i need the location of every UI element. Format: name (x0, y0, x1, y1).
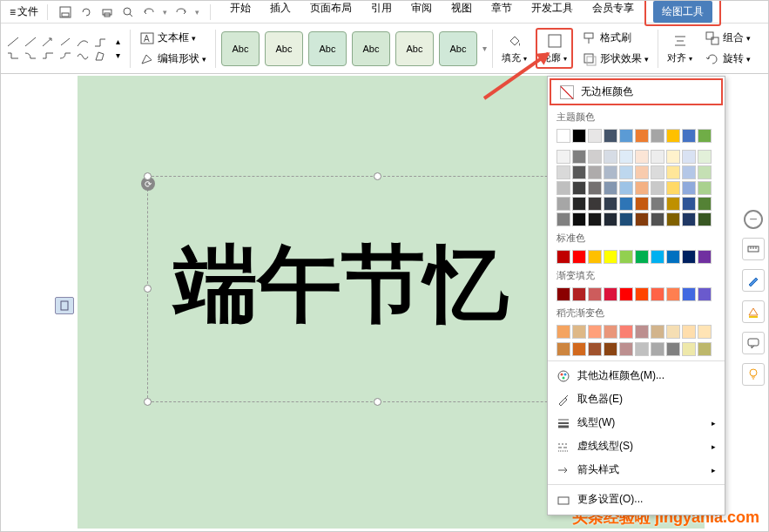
highlight-tool[interactable] (742, 300, 765, 323)
color-swatch[interactable] (635, 129, 649, 143)
color-swatch[interactable] (619, 129, 633, 143)
chevron-down-icon[interactable]: ▾ (482, 44, 487, 53)
line-icon[interactable] (6, 36, 20, 48)
style-preset[interactable]: Abc (308, 31, 347, 66)
color-swatch[interactable] (666, 165, 680, 179)
color-swatch[interactable] (651, 165, 664, 179)
textbox-button[interactable]: A 文本框 ▾ (136, 29, 210, 48)
line-icon[interactable] (24, 36, 37, 48)
color-swatch[interactable] (682, 325, 696, 339)
color-swatch[interactable] (651, 325, 664, 339)
freeform-icon[interactable] (76, 50, 90, 62)
tab-member[interactable]: 会员专享 (583, 0, 643, 26)
color-swatch[interactable] (557, 325, 570, 339)
color-swatch[interactable] (572, 250, 586, 264)
no-border-color-item[interactable]: 无边框颜色 (550, 78, 723, 105)
group-button[interactable]: 组合 ▾ (701, 29, 754, 48)
color-swatch[interactable] (682, 165, 696, 179)
connector-icon[interactable] (24, 50, 37, 62)
color-swatch[interactable] (619, 150, 633, 164)
color-swatch[interactable] (619, 250, 633, 264)
color-swatch[interactable] (572, 287, 586, 301)
color-swatch[interactable] (619, 197, 633, 211)
color-swatch[interactable] (557, 129, 570, 143)
color-swatch[interactable] (666, 342, 680, 356)
color-swatch[interactable] (682, 181, 696, 195)
tab-references[interactable]: 引用 (362, 0, 401, 26)
color-swatch[interactable] (572, 325, 586, 339)
eyedropper-item[interactable]: 取色器(E) (548, 387, 725, 411)
tab-drawing[interactable]: 绘图工具 (653, 1, 712, 23)
style-preset[interactable]: Abc (265, 31, 303, 66)
dropdown-chevron[interactable]: ▾ (163, 8, 167, 17)
color-swatch[interactable] (604, 212, 617, 226)
color-swatch[interactable] (635, 287, 649, 301)
color-swatch[interactable] (557, 165, 570, 179)
color-swatch[interactable] (604, 287, 617, 301)
style-preset[interactable]: Abc (439, 31, 477, 66)
undo-icon[interactable] (142, 5, 156, 19)
fill-button[interactable]: 填充 ▾ (498, 30, 530, 66)
color-swatch[interactable] (666, 325, 680, 339)
textbox-content[interactable]: 端午节忆 (174, 229, 509, 342)
color-swatch[interactable] (682, 212, 696, 226)
tab-devtools[interactable]: 开发工具 (523, 0, 582, 26)
color-swatch[interactable] (666, 287, 680, 301)
color-swatch[interactable] (572, 165, 586, 179)
color-swatch[interactable] (666, 212, 680, 226)
polygon-icon[interactable] (93, 50, 107, 62)
color-swatch[interactable] (666, 197, 680, 211)
color-swatch[interactable] (619, 287, 633, 301)
color-swatch[interactable] (604, 250, 617, 264)
color-swatch[interactable] (557, 212, 570, 226)
tab-chapter[interactable]: 章节 (482, 0, 521, 26)
color-swatch[interactable] (666, 250, 680, 264)
arrow-style-item[interactable]: 箭头样式 ▸ (548, 458, 725, 481)
color-swatch[interactable] (572, 129, 586, 143)
resize-handle[interactable] (374, 172, 381, 180)
tab-view[interactable]: 视图 (442, 0, 481, 26)
resize-handle[interactable] (144, 285, 152, 293)
rotate-button[interactable]: 旋转 ▾ (701, 50, 754, 69)
double-arrow-icon[interactable] (58, 36, 72, 48)
line-type-item[interactable]: 线型(W) ▸ (548, 411, 725, 434)
style-preset[interactable]: Abc (352, 31, 390, 66)
tab-review[interactable]: 审阅 (402, 0, 441, 26)
more-settings-item[interactable]: 更多设置(O)... (548, 488, 725, 511)
more-colors-item[interactable]: 其他边框颜色(M)... (548, 364, 725, 387)
color-swatch[interactable] (604, 165, 617, 179)
resize-handle[interactable] (374, 398, 381, 406)
color-swatch[interactable] (619, 212, 633, 226)
textbox-selection[interactable]: ⟳ 端午节忆 (147, 176, 609, 402)
color-swatch[interactable] (635, 150, 649, 164)
connector-icon[interactable] (6, 50, 20, 62)
color-swatch[interactable] (682, 197, 696, 211)
color-swatch[interactable] (698, 342, 712, 356)
color-swatch[interactable] (572, 212, 586, 226)
shape-styles-gallery[interactable]: Abc Abc Abc Abc Abc Abc ▾ (221, 31, 487, 66)
color-swatch[interactable] (651, 212, 664, 226)
color-swatch[interactable] (572, 197, 586, 211)
chevron-down-icon[interactable]: ▾ (111, 50, 125, 62)
color-swatch[interactable] (698, 212, 712, 226)
color-swatch[interactable] (619, 181, 633, 195)
color-swatch[interactable] (651, 197, 664, 211)
color-swatch[interactable] (604, 342, 617, 356)
color-swatch[interactable] (635, 212, 649, 226)
color-swatch[interactable] (635, 165, 649, 179)
preview-icon[interactable] (121, 5, 135, 19)
comment-tool[interactable] (742, 332, 765, 354)
color-swatch[interactable] (682, 150, 696, 164)
color-swatch[interactable] (604, 129, 617, 143)
undo-redo-icon[interactable] (79, 5, 93, 19)
color-swatch[interactable] (572, 150, 586, 164)
style-preset[interactable]: Abc (395, 31, 434, 66)
color-swatch[interactable] (651, 287, 664, 301)
color-swatch[interactable] (698, 325, 712, 339)
color-swatch[interactable] (572, 342, 586, 356)
color-swatch[interactable] (682, 250, 696, 264)
color-swatch[interactable] (557, 287, 570, 301)
color-swatch[interactable] (698, 150, 712, 164)
tab-start[interactable]: 开始 (221, 0, 260, 26)
color-swatch[interactable] (588, 325, 602, 339)
